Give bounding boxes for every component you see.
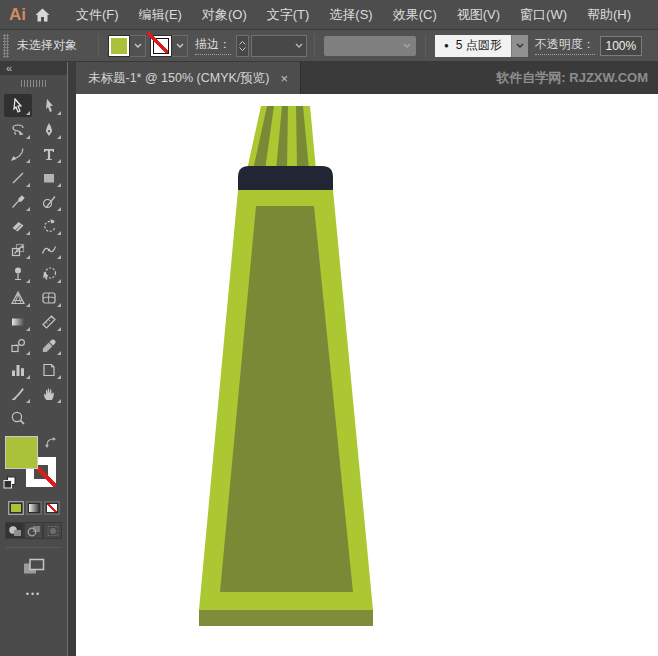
swap-fill-stroke-icon[interactable] [44,435,57,448]
menu-item-file[interactable]: 文件(F) [66,6,129,24]
stroke-weight-combo[interactable] [251,35,307,57]
hand-tool[interactable] [35,382,63,405]
tube-base[interactable] [199,610,373,626]
stroke-color-swatch[interactable] [150,35,172,57]
brush-definition-combo[interactable]: ● 5 点圆形 [435,35,528,57]
fill-chevron[interactable] [130,35,146,57]
puppet-warp-tool[interactable] [4,262,32,285]
curvature-tool[interactable] [4,142,32,165]
artwork-paint-tube[interactable] [76,94,658,656]
opacity-input[interactable]: 100% [600,36,642,56]
close-icon[interactable]: × [280,71,288,86]
chevron-down-icon [516,43,524,48]
zoom-tool[interactable] [4,406,32,429]
control-bar: 未选择对象 描边： [0,30,658,62]
screen-mode-icon [23,558,45,575]
paint-type-row [0,501,67,515]
blend-tool[interactable] [4,334,32,357]
menu-item-select[interactable]: 选择(S) [319,6,382,24]
mesh-tool[interactable] [35,286,63,309]
divider [98,34,99,58]
document-tab[interactable]: 未标题-1* @ 150% (CMYK/预览) × [76,62,301,94]
stroke-color-control[interactable] [150,35,188,57]
brush-chevron[interactable] [511,35,528,57]
draw-inside-button[interactable] [43,522,62,539]
document-canvas[interactable] [76,94,658,656]
stroke-weight-stepper[interactable] [236,35,249,57]
gradient-tool[interactable] [4,310,32,333]
document-tab-title: 未标题-1* @ 150% (CMYK/预览) [88,70,269,87]
column-graph-tool[interactable] [4,358,32,381]
divider [6,547,61,548]
drawing-modes [0,522,67,539]
tools-grid [0,91,67,429]
fill-color-control[interactable] [108,35,146,57]
collapse-panel-button[interactable]: « [0,62,67,75]
width-tool[interactable] [35,238,63,261]
gradient-mode-button[interactable] [26,501,42,515]
width-profile-combo [324,36,416,56]
menu-item-window[interactable]: 窗口(W) [510,6,577,24]
document-tab-strip: 未标题-1* @ 150% (CMYK/预览) × 软件自学网: RJZXW.C… [76,62,658,94]
ruler-tool[interactable] [35,310,63,333]
screen-mode-button[interactable] [0,558,67,575]
illustrator-window: Ai 文件(F) 编辑(E) 对象(O) 文字(T) 选择(S) 效果(C) 视… [0,0,658,656]
line-segment-tool[interactable] [4,166,32,189]
brush-dot-icon: ● [444,42,449,50]
type-tool[interactable] [35,142,63,165]
selection-status: 未选择对象 [17,37,77,54]
rectangle-tool[interactable] [35,166,63,189]
tools-drag-grip[interactable] [0,75,67,91]
fill-swatch[interactable] [5,436,38,469]
chevron-down-icon [403,43,411,48]
panel-drag-grip[interactable] [3,34,9,58]
slice-tool[interactable] [4,382,32,405]
eraser-tool[interactable] [4,214,32,237]
chevron-down-icon [134,43,142,48]
none-mode-button[interactable] [44,501,60,515]
edit-toolbar-button[interactable]: ••• [0,589,67,599]
fill-color-swatch[interactable] [108,35,130,57]
direct-selection-tool[interactable] [35,94,63,117]
shaper-tool[interactable] [35,190,63,213]
menu-item-type[interactable]: 文字(T) [257,6,320,24]
eyedropper-tool[interactable] [35,334,63,357]
stroke-chevron[interactable] [172,35,188,57]
divider [425,34,426,58]
pen-tool[interactable] [35,118,63,141]
tool-empty-slot [35,406,63,429]
paintbrush-tool[interactable] [4,190,32,213]
scale-tool[interactable] [4,238,32,261]
perspective-grid-tool[interactable] [4,286,32,309]
opacity-label[interactable]: 不透明度： [535,36,595,55]
color-mode-button[interactable] [8,501,24,515]
draw-behind-button[interactable] [24,522,43,539]
menu-item-view[interactable]: 视图(V) [447,6,510,24]
divider [314,34,315,58]
lasso-tool[interactable] [4,118,32,141]
chevron-down-icon [176,43,184,48]
tools-panel: « [0,62,68,656]
tube-nozzle[interactable] [247,106,316,170]
chevron-down-icon [295,43,303,48]
tube-cap-band[interactable] [238,166,333,191]
home-icon[interactable] [35,8,50,22]
chevron-up-icon [239,41,246,45]
app-logo: Ai [0,5,35,25]
menu-item-object[interactable]: 对象(O) [192,6,257,24]
default-fill-stroke-icon[interactable] [3,475,16,488]
draw-normal-button[interactable] [5,522,24,539]
menu-item-effect[interactable]: 效果(C) [383,6,447,24]
artboard-tool[interactable] [35,358,63,381]
shape-builder-tool[interactable] [35,262,63,285]
menu-item-edit[interactable]: 编辑(E) [129,6,192,24]
fill-stroke-cluster [0,433,67,495]
chevron-down-icon [239,47,246,51]
menu-bar: Ai 文件(F) 编辑(E) 对象(O) 文字(T) 选择(S) 效果(C) 视… [0,0,658,30]
rotate-tool[interactable] [35,214,63,237]
stroke-weight-label[interactable]: 描边： [195,36,231,55]
watermark-text: 软件自学网: RJZXW.COM [496,69,658,87]
panel-gutter [68,62,76,656]
selection-tool[interactable] [4,94,32,117]
menu-item-help[interactable]: 帮助(H) [577,6,641,24]
